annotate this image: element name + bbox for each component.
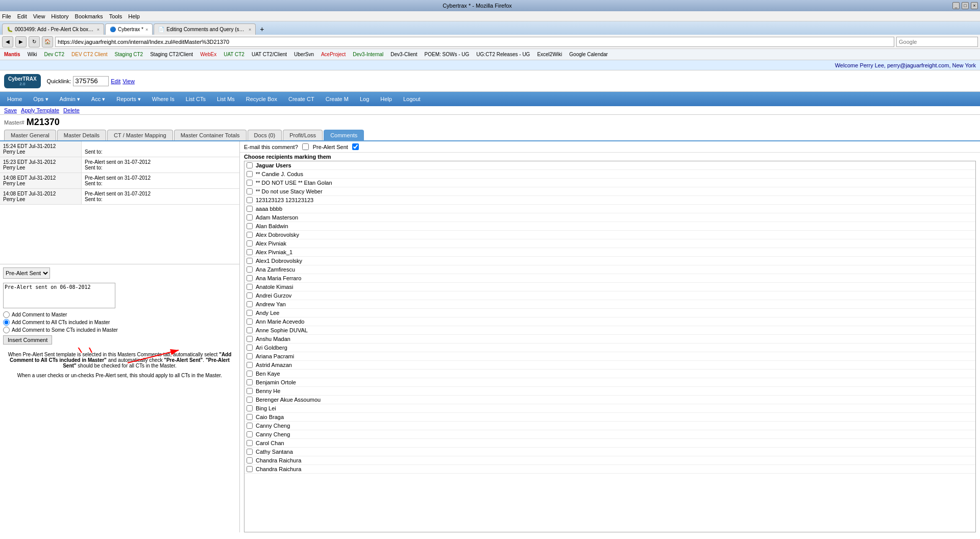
- recipient-aaaa[interactable]: aaaa bbbb: [244, 205, 975, 213]
- nav-acc[interactable]: Acc ▾: [86, 94, 110, 105]
- recipient-anshu[interactable]: Anshu Madan: [244, 335, 975, 344]
- recipient-alan[interactable]: Alan Baldwin: [244, 222, 975, 231]
- quicklink-view-link[interactable]: View: [122, 78, 135, 84]
- bookmark-aceproject[interactable]: AceProject: [319, 51, 348, 58]
- recipient-alex-p[interactable]: Alex Pivniak: [244, 239, 975, 248]
- recipient-ana-z[interactable]: Ana Zamfirescu: [244, 265, 975, 274]
- tab-master-general[interactable]: Master General: [4, 130, 56, 140]
- recipient-checkbox-canny1[interactable]: [247, 423, 253, 429]
- close-btn[interactable]: ×: [971, 2, 978, 9]
- recipient-checkbox-cathy[interactable]: [247, 449, 253, 455]
- menu-history[interactable]: History: [51, 13, 68, 19]
- email-checkbox[interactable]: [302, 143, 309, 150]
- home-btn[interactable]: 🏠: [42, 36, 53, 47]
- recipient-chandra2[interactable]: Chandra Raichura: [244, 465, 975, 474]
- comment-type-select[interactable]: Pre-Alert Sent General Internal Note: [3, 267, 50, 279]
- apply-template-link[interactable]: Apply Template: [21, 107, 59, 113]
- back-btn[interactable]: ◀: [2, 36, 13, 47]
- menu-bookmarks[interactable]: Bookmarks: [75, 13, 103, 19]
- recipient-checkbox-etan[interactable]: [247, 180, 253, 186]
- recipient-andy[interactable]: Andy Lee: [244, 309, 975, 317]
- recipient-checkbox-alan[interactable]: [247, 223, 253, 229]
- radio-master-input[interactable]: [3, 311, 10, 318]
- recipient-checkbox-astrid[interactable]: [247, 362, 253, 368]
- delete-link[interactable]: Delete: [63, 107, 80, 113]
- reload-btn[interactable]: ↻: [29, 36, 40, 47]
- recipient-stacy[interactable]: ** Do not use Stacy Weber: [244, 187, 975, 196]
- bookmark-dev3client[interactable]: Dev3-Client: [388, 51, 419, 58]
- menu-edit[interactable]: Edit: [17, 13, 27, 19]
- recipients-list[interactable]: Jaguar Users ** Candie J. Codus ** DO NO…: [244, 161, 976, 532]
- recipient-anne[interactable]: Anne Sophie DUVAL: [244, 326, 975, 335]
- recipient-canny1[interactable]: Canny Cheng: [244, 422, 975, 430]
- recipient-checkbox-alex-p1[interactable]: [247, 249, 253, 255]
- menu-help[interactable]: Help: [128, 13, 140, 19]
- tab-docs[interactable]: Docs (0): [248, 130, 282, 140]
- recipient-checkbox-ari[interactable]: [247, 345, 253, 351]
- nav-listms[interactable]: List Ms: [212, 94, 240, 104]
- recipient-chandra1[interactable]: Chandra Raichura: [244, 456, 975, 465]
- nav-whereis[interactable]: Where Is: [147, 94, 180, 104]
- recipient-benjamin[interactable]: Benjamin Ortole: [244, 378, 975, 387]
- minimize-btn[interactable]: _: [952, 2, 960, 9]
- recipient-checkbox-aaaa[interactable]: [247, 206, 253, 212]
- recipient-checkbox-chandra1[interactable]: [247, 457, 253, 463]
- bookmark-googlecal[interactable]: Google Calendar: [567, 51, 610, 58]
- recipient-checkbox-ana-z[interactable]: [247, 266, 253, 273]
- nav-admin[interactable]: Admin ▾: [55, 94, 85, 105]
- bookmark-uatct2[interactable]: UAT CT2: [222, 51, 247, 58]
- recipient-123[interactable]: 123123123 123123123: [244, 196, 975, 205]
- recipient-alex-d[interactable]: Alex Dobrovolsky: [244, 231, 975, 239]
- recipient-checkbox-123[interactable]: [247, 197, 253, 203]
- recipient-astrid[interactable]: Astrid Amazan: [244, 361, 975, 370]
- menu-file[interactable]: File: [2, 13, 11, 19]
- bookmark-mantis[interactable]: Mantis: [2, 51, 22, 58]
- recipient-ana-m[interactable]: Ana Maria Ferraro: [244, 274, 975, 283]
- browser-tab-1[interactable]: 🔵 Cybertrax * ×: [105, 23, 153, 35]
- quicklink-edit-link[interactable]: Edit: [111, 78, 120, 84]
- recipient-alex-p1[interactable]: Alex Pivniak_1: [244, 248, 975, 257]
- recipient-carol[interactable]: Carol Chan: [244, 439, 975, 448]
- tab-profit-loss[interactable]: Profit/Loss: [283, 130, 323, 140]
- recipient-adam[interactable]: Adam Masterson: [244, 213, 975, 222]
- insert-comment-btn[interactable]: Insert Comment: [3, 335, 52, 345]
- recipient-checkbox-ann[interactable]: [247, 318, 253, 325]
- recipient-checkbox-benny[interactable]: [247, 388, 253, 394]
- bookmark-stagingct2[interactable]: Staging CT2: [113, 51, 145, 58]
- recipient-andrew[interactable]: Andrew Yan: [244, 300, 975, 309]
- recipient-bing[interactable]: Bing Lei: [244, 404, 975, 413]
- radio-add-to-all-cts[interactable]: Add Comment to All CTs included in Maste…: [3, 319, 236, 326]
- recipient-checkbox-ben[interactable]: [247, 371, 253, 377]
- recipient-checkbox-jaguar-users[interactable]: [247, 162, 253, 168]
- recipient-checkbox-candie[interactable]: [247, 171, 253, 177]
- bookmark-webex[interactable]: WebEx: [198, 51, 218, 58]
- nav-home[interactable]: Home: [2, 94, 27, 104]
- recipient-checkbox-bing[interactable]: [247, 405, 253, 411]
- search-input[interactable]: [896, 37, 978, 47]
- recipient-checkbox-ana-m[interactable]: [247, 275, 253, 281]
- menu-view[interactable]: View: [33, 13, 45, 19]
- recipient-checkbox-ariana[interactable]: [247, 353, 253, 359]
- recipient-checkbox-alex1-d[interactable]: [247, 258, 253, 264]
- nav-log[interactable]: Log: [355, 94, 374, 104]
- recipient-anatole[interactable]: Anatole Kimasi: [244, 283, 975, 291]
- recipient-checkbox-anshu[interactable]: [247, 336, 253, 342]
- recipient-checkbox-caio[interactable]: [247, 414, 253, 420]
- recipient-ariana[interactable]: Ariana Pacrami: [244, 352, 975, 361]
- nav-listcts[interactable]: List CTs: [181, 94, 211, 104]
- nav-ops[interactable]: Ops ▾: [28, 94, 53, 105]
- bookmark-uatct2client[interactable]: UAT CT2/Client: [250, 51, 289, 58]
- recipient-andrei[interactable]: Andrei Gurzov: [244, 291, 975, 300]
- bookmark-dev3internal[interactable]: Dev3-Internal: [351, 51, 385, 58]
- nav-recyclebox[interactable]: Recycle Box: [241, 94, 282, 104]
- recipient-checkbox-anne[interactable]: [247, 327, 253, 333]
- nav-logout[interactable]: Logout: [398, 94, 426, 104]
- browser-tab-2[interactable]: 📄 Editing Comments and Query (section) -…: [154, 23, 256, 35]
- recipient-checkbox-chandra2[interactable]: [247, 466, 253, 472]
- bookmark-ubersvn[interactable]: UberSvn: [292, 51, 316, 58]
- recipient-etan[interactable]: ** DO NOT USE ** Etan Golan: [244, 179, 975, 187]
- browser-tab-0[interactable]: 🐛 0003499: Add - Pre-Alert Ck box to Com…: [2, 23, 104, 35]
- menu-tools[interactable]: Tools: [109, 13, 122, 19]
- bookmark-ugct2[interactable]: UG:CT2 Releases - UG: [474, 51, 532, 58]
- recipient-checkbox-alex-p[interactable]: [247, 240, 253, 247]
